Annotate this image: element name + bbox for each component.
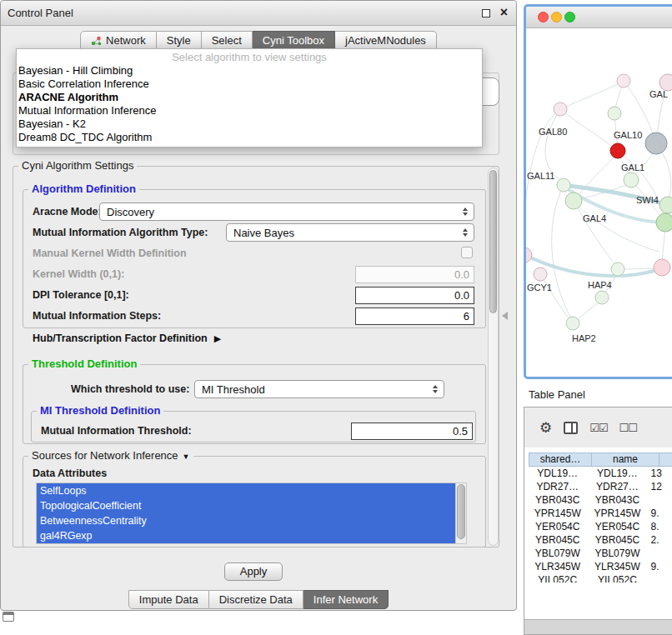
table-row[interactable]: YDR27…YDR27…12 bbox=[529, 480, 672, 493]
network-node[interactable] bbox=[554, 102, 567, 116]
network-window-titlebar[interactable] bbox=[526, 7, 672, 28]
network-node[interactable] bbox=[645, 132, 667, 154]
tab-label: Style bbox=[167, 34, 191, 47]
tab-cyni-toolbox[interactable]: Cyni Toolbox bbox=[253, 31, 335, 50]
table-cell: YIL052C bbox=[529, 573, 586, 582]
columns-icon[interactable] bbox=[564, 422, 578, 434]
table-row[interactable]: YBR045CYBR045C2. bbox=[529, 533, 672, 547]
gear-icon[interactable]: ⚙ bbox=[539, 421, 552, 435]
table-row[interactable]: YIL052CYIL052C bbox=[529, 573, 672, 582]
attribute-item[interactable]: TopologicalCoefficient bbox=[37, 498, 455, 513]
table-cell: 8. bbox=[648, 520, 672, 533]
minimized-panel-icon[interactable] bbox=[3, 612, 14, 622]
table-cell: YDL19… bbox=[586, 467, 648, 480]
network-node[interactable] bbox=[659, 197, 672, 213]
sources-toggle[interactable]: Sources for Network Inference▼ bbox=[28, 449, 193, 462]
network-node[interactable] bbox=[608, 107, 621, 120]
dropdown-item[interactable]: Bayesian - Hill Climbing bbox=[17, 64, 482, 78]
mi-steps-field[interactable]: 6 bbox=[355, 308, 474, 325]
mi-threshold-field[interactable]: 0.5 bbox=[351, 422, 473, 440]
table-row[interactable]: YDL19…YDL19…13 bbox=[529, 467, 672, 480]
hub-definition-toggle[interactable]: Hub/Transcription Factor Definition ▶ bbox=[33, 332, 221, 344]
table-cell: YPR145W bbox=[586, 507, 648, 520]
network-node[interactable] bbox=[566, 317, 579, 330]
close-traffic-light[interactable] bbox=[538, 12, 549, 22]
dropdown-item[interactable]: ARACNE Algorithm bbox=[17, 91, 482, 104]
table-header: shared… name bbox=[529, 452, 672, 467]
network-icon bbox=[91, 36, 102, 46]
table-panel-title: Table Panel bbox=[529, 388, 585, 401]
network-node[interactable] bbox=[565, 192, 582, 209]
table-row[interactable]: YBR043CYBR043C bbox=[529, 493, 672, 507]
table-row[interactable]: YLR345WYLR345W9. bbox=[529, 560, 672, 573]
network-edge bbox=[540, 274, 569, 319]
close-icon[interactable]: × bbox=[500, 5, 508, 20]
which-threshold-label: Which threshold to use: bbox=[71, 383, 189, 395]
attribute-item[interactable]: gal4RGexp bbox=[37, 528, 455, 543]
table-cell: YLR345W bbox=[529, 560, 586, 573]
dropdown-item[interactable]: Dream8 DC_TDC Algorithm bbox=[17, 131, 482, 144]
table-row[interactable]: YBL079WYBL079W bbox=[529, 547, 672, 560]
tab-discretize-data[interactable]: Discretize Data bbox=[209, 590, 303, 609]
float-window-icon[interactable] bbox=[482, 9, 490, 18]
network-node[interactable] bbox=[659, 74, 672, 91]
kernel-width-field[interactable]: 0.0 bbox=[355, 266, 474, 283]
network-node[interactable] bbox=[624, 172, 639, 188]
select-all-checkboxes-icon[interactable]: ☑☑ bbox=[589, 422, 607, 433]
aracne-mode-combobox[interactable]: Discovery bbox=[99, 202, 474, 221]
network-node[interactable] bbox=[617, 74, 630, 88]
network-node[interactable] bbox=[557, 178, 570, 192]
column-header-name[interactable]: name bbox=[592, 452, 659, 467]
dpi-tolerance-field[interactable]: 0.0 bbox=[355, 287, 474, 304]
apply-button[interactable]: Apply bbox=[224, 562, 283, 581]
tab-infer-network[interactable]: Infer Network bbox=[303, 590, 389, 609]
node-label: HAP4 bbox=[588, 280, 612, 290]
network-view-window: GALGAL80GAL10GAL11GAL1SWI4GAL4GCY1HAP4HA… bbox=[524, 4, 672, 379]
minimize-traffic-light[interactable] bbox=[551, 12, 562, 22]
scrollbar-thumb[interactable] bbox=[457, 484, 465, 539]
mi-algorithm-type-combobox[interactable]: Naive Bayes bbox=[226, 223, 474, 242]
control-panel-tab-bar: Network Style Select Cyni Toolbox jActiv… bbox=[1, 31, 516, 50]
dropdown-item[interactable]: Basic Correlation Inference bbox=[17, 78, 482, 91]
group-title: Algorithm Definition bbox=[28, 182, 139, 195]
network-node[interactable] bbox=[654, 259, 670, 276]
table-cell: YER054C bbox=[586, 520, 648, 533]
zoom-traffic-light[interactable] bbox=[564, 12, 575, 22]
control-panel-window: Control Panel × Network Style Select Cyn… bbox=[0, 0, 517, 611]
tab-impute-data[interactable]: Impute Data bbox=[128, 590, 209, 609]
tab-style[interactable]: Style bbox=[157, 31, 202, 50]
network-node[interactable] bbox=[656, 213, 672, 232]
table-cell: YPR145W bbox=[529, 507, 586, 520]
column-header-shared-name[interactable]: shared… bbox=[529, 452, 592, 467]
clear-all-checkboxes-icon[interactable]: ☐☐ bbox=[619, 422, 637, 433]
data-attributes-list: SelfLoopsTopologicalCoefficientBetweenne… bbox=[37, 483, 455, 543]
network-canvas[interactable]: GALGAL80GAL10GAL11GAL1SWI4GAL4GCY1HAP4HA… bbox=[526, 28, 672, 379]
hub-definition-label: Hub/Transcription Factor Definition bbox=[33, 332, 208, 344]
attribute-item[interactable]: SelfLoops bbox=[37, 483, 455, 498]
tab-select[interactable]: Select bbox=[202, 31, 253, 50]
dropdown-item[interactable]: Mutual Information Inference bbox=[17, 104, 482, 118]
table-panel-window: ⚙ ☑☑ ☐☐ shared… name YDL19…YDL19…13YDR27… bbox=[524, 407, 672, 635]
network-node[interactable] bbox=[534, 268, 547, 281]
table-row[interactable]: YPR145WYPR145W9. bbox=[529, 507, 672, 520]
pane-collapse-arrow[interactable] bbox=[502, 312, 508, 320]
network-node[interactable] bbox=[610, 143, 625, 158]
network-node[interactable] bbox=[611, 262, 624, 276]
list-scrollbar[interactable] bbox=[455, 483, 466, 543]
network-node[interactable] bbox=[526, 248, 532, 262]
table-cell: YIL052C bbox=[586, 573, 648, 582]
settings-scrollbar[interactable] bbox=[488, 168, 499, 546]
dropdown-item[interactable]: Bayesian - K2 bbox=[17, 118, 482, 131]
tab-network[interactable]: Network bbox=[80, 31, 157, 50]
scrollbar-thumb[interactable] bbox=[489, 170, 497, 313]
attribute-item[interactable]: BetweennessCentrality bbox=[37, 513, 455, 528]
combobox-arrows-icon bbox=[457, 228, 474, 237]
manual-kernel-width-checkbox[interactable] bbox=[461, 247, 473, 258]
table-row[interactable]: YER054CYER054C8. bbox=[529, 520, 672, 533]
tab-jactivemnodules[interactable]: jActiveMNodules bbox=[335, 31, 437, 50]
column-header-clipped[interactable] bbox=[659, 452, 672, 467]
which-threshold-combobox[interactable]: MI Threshold bbox=[194, 380, 444, 398]
group-title: Threshold Definition bbox=[28, 358, 140, 370]
table-cell: YBR043C bbox=[529, 493, 586, 507]
network-node[interactable] bbox=[595, 291, 609, 304]
